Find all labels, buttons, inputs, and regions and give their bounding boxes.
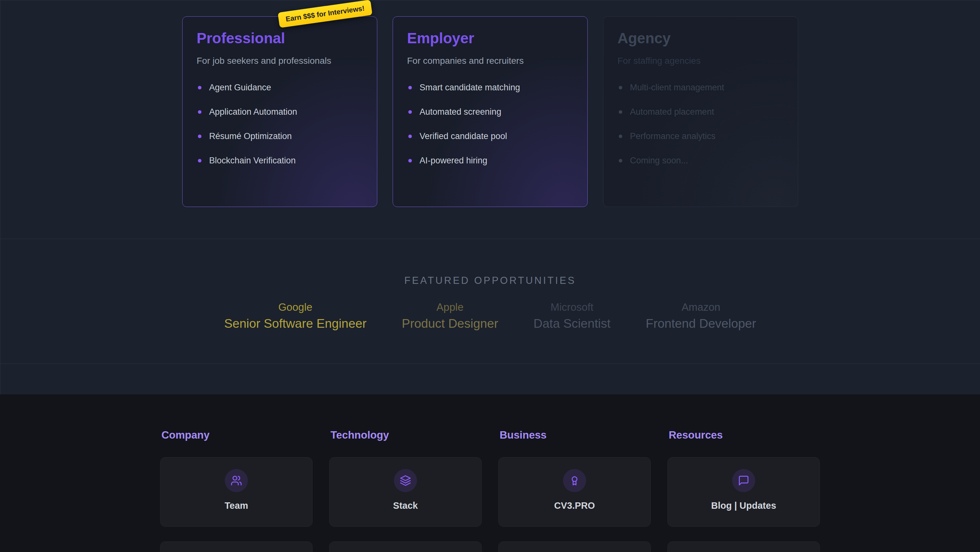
tier-title: Agency xyxy=(617,29,784,47)
footer-column-technology: Technology Stack xyxy=(329,429,482,552)
divider-band xyxy=(0,364,980,394)
bullet-dot-icon xyxy=(619,110,622,114)
footer-card-partial[interactable] xyxy=(498,541,651,552)
footer-card-blog-updates[interactable]: Blog | Updates xyxy=(667,457,820,527)
tier-feature: Résumé Optimization xyxy=(198,131,363,141)
feature-label: Performance analytics xyxy=(630,131,716,141)
tier-feature: Application Automation xyxy=(198,107,363,117)
footer-card-partial[interactable] xyxy=(160,541,313,552)
earn-for-interviews-badge: Earn $$$ for Interviews! xyxy=(278,0,372,28)
tier-card-employer[interactable]: Employer For companies and recruiters Sm… xyxy=(393,16,588,207)
users-icon xyxy=(231,475,242,486)
feature-label: Résumé Optimization xyxy=(209,131,292,141)
award-icon xyxy=(569,475,580,486)
tier-feature: Coming soon... xyxy=(619,156,784,166)
footer-column-heading: Technology xyxy=(331,429,482,441)
feature-label: AI-powered hiring xyxy=(420,156,487,166)
featured-job-google[interactable]: Google Senior Software Engineer xyxy=(224,301,366,330)
bullet-dot-icon xyxy=(198,134,202,138)
bullet-dot-icon xyxy=(408,134,412,138)
footer-column-company: Company Team xyxy=(160,429,313,552)
featured-opportunities-section: FEATURED OPPORTUNITIES Google Senior Sof… xyxy=(0,239,980,364)
plans-section: Earn $$$ for Interviews! Professional Fo… xyxy=(0,0,980,239)
message-icon xyxy=(738,475,749,486)
footer-columns: Company Team Technology xyxy=(0,429,980,552)
tier-card-agency: Agency For staffing agencies Multi-clien… xyxy=(603,16,798,207)
footer-card-stack[interactable]: Stack xyxy=(329,457,482,527)
tier-feature: Agent Guidance xyxy=(198,83,363,93)
tier-feature: Multi-client management xyxy=(619,83,784,93)
tier-subtitle: For companies and recruiters xyxy=(407,56,573,66)
footer-column-resources: Resources Blog | Updates xyxy=(667,429,820,552)
feature-label: Blockchain Verification xyxy=(209,156,296,166)
featured-job-microsoft[interactable]: Microsoft Data Scientist xyxy=(533,301,611,330)
feature-label: Smart candidate matching xyxy=(420,83,520,93)
tier-feature: Smart candidate matching xyxy=(408,83,573,93)
feature-label: Agent Guidance xyxy=(209,83,271,93)
footer-card-label: Team xyxy=(224,501,248,511)
bullet-dot-icon xyxy=(198,110,202,114)
tier-title: Employer xyxy=(407,29,573,47)
footer-card-label: Blog | Updates xyxy=(711,501,776,511)
bullet-dot-icon xyxy=(619,134,622,138)
tier-subtitle: For staffing agencies xyxy=(617,56,784,66)
job-company: Amazon xyxy=(646,301,756,313)
job-company: Apple xyxy=(402,301,498,313)
footer-column-business: Business CV3.PRO xyxy=(498,429,651,552)
footer-card-cv3pro[interactable]: CV3.PRO xyxy=(498,457,651,527)
footer-card-label: Stack xyxy=(393,501,418,511)
icon-circle xyxy=(225,469,248,492)
feature-label: Multi-client management xyxy=(630,83,724,93)
icon-circle xyxy=(394,469,417,492)
icon-circle xyxy=(732,469,755,492)
job-company: Microsoft xyxy=(533,301,611,313)
tier-feature-list: Multi-client management Automated placem… xyxy=(617,83,784,166)
bullet-dot-icon xyxy=(198,86,202,89)
footer-card-partial[interactable] xyxy=(329,541,482,552)
tier-feature: AI-powered hiring xyxy=(408,156,573,166)
feature-label: Automated screening xyxy=(420,107,501,117)
tier-feature: Verified candidate pool xyxy=(408,131,573,141)
featured-job-apple[interactable]: Apple Product Designer xyxy=(402,301,498,330)
tier-feature-list: Agent Guidance Application Automation Ré… xyxy=(197,83,363,166)
featured-heading: FEATURED OPPORTUNITIES xyxy=(0,275,980,286)
bullet-dot-icon xyxy=(408,110,412,114)
layers-icon xyxy=(400,475,411,486)
footer-column-heading: Resources xyxy=(669,429,820,441)
job-title: Product Designer xyxy=(402,316,498,330)
job-title: Data Scientist xyxy=(533,316,611,330)
job-company: Google xyxy=(224,301,366,313)
tier-subtitle: For job seekers and professionals xyxy=(197,56,363,66)
tier-feature: Performance analytics xyxy=(619,131,784,141)
footer-column-heading: Company xyxy=(161,429,313,441)
tier-title: Professional xyxy=(197,29,363,47)
feature-label: Coming soon... xyxy=(630,156,688,166)
tier-feature: Automated placement xyxy=(619,107,784,117)
feature-label: Verified candidate pool xyxy=(420,131,507,141)
bullet-dot-icon xyxy=(198,159,202,163)
tier-feature: Automated screening xyxy=(408,107,573,117)
featured-jobs-row: Google Senior Software Engineer Apple Pr… xyxy=(0,301,980,330)
feature-label: Automated placement xyxy=(630,107,714,117)
job-title: Senior Software Engineer xyxy=(224,316,366,330)
bullet-dot-icon xyxy=(408,86,412,89)
bullet-dot-icon xyxy=(408,159,412,163)
job-title: Frontend Developer xyxy=(646,316,756,330)
footer-card-label: CV3.PRO xyxy=(554,501,595,511)
tier-card-professional[interactable]: Earn $$$ for Interviews! Professional Fo… xyxy=(182,16,377,207)
site-footer: Company Team Technology xyxy=(0,394,980,552)
bullet-dot-icon xyxy=(619,159,622,163)
footer-card-team[interactable]: Team xyxy=(160,457,313,527)
tier-card-row: Earn $$$ for Interviews! Professional Fo… xyxy=(0,16,980,207)
feature-label: Application Automation xyxy=(209,107,297,117)
tier-feature-list: Smart candidate matching Automated scree… xyxy=(407,83,573,166)
bullet-dot-icon xyxy=(619,86,622,89)
featured-job-amazon[interactable]: Amazon Frontend Developer xyxy=(646,301,756,330)
tier-feature: Blockchain Verification xyxy=(198,156,363,166)
icon-circle xyxy=(563,469,586,492)
footer-column-heading: Business xyxy=(500,429,651,441)
footer-card-partial[interactable] xyxy=(667,541,820,552)
